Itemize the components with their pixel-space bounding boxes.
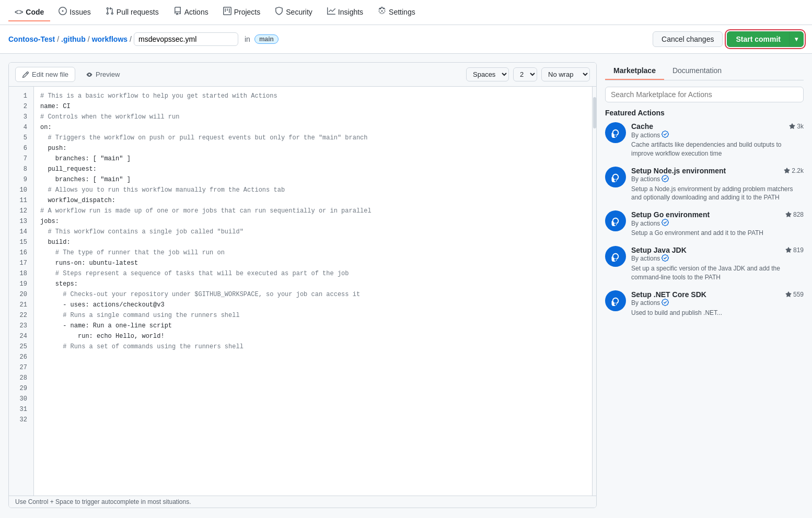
action-info: Setup Node.js environment 2.2k By action… xyxy=(631,167,804,203)
actions-icon xyxy=(173,7,182,17)
verified-icon xyxy=(662,131,669,139)
action-info: Cache 3k By actions Cache artifacts like… xyxy=(631,122,804,158)
commit-dropdown-arrow[interactable]: ▾ xyxy=(790,32,803,46)
verified-icon xyxy=(662,219,669,228)
editor-toolbar: Edit new file Preview Spaces Tabs 2 4 xyxy=(9,63,596,87)
action-desc: Used to build and publish .NET... xyxy=(631,309,804,317)
nav-settings[interactable]: Settings xyxy=(372,3,422,22)
verified-icon xyxy=(662,254,669,263)
top-nav: <> Code Issues Pull requests Actions Pro… xyxy=(0,0,812,25)
verified-icon xyxy=(662,175,669,184)
action-icon xyxy=(605,167,626,187)
nav-pull-requests[interactable]: Pull requests xyxy=(99,3,165,22)
insights-icon xyxy=(327,7,335,17)
indent-select-group: 2 4 xyxy=(513,67,537,81)
action-item[interactable]: Cache 3k By actions Cache artifacts like… xyxy=(605,122,804,158)
action-stars: 559 xyxy=(785,291,804,298)
line-numbers: 1234567891011121314151617181920212223242… xyxy=(9,87,34,496)
start-commit-button[interactable]: Start commit ▾ xyxy=(727,31,804,47)
action-name: Setup Go environment xyxy=(631,210,710,219)
code-area: 1234567891011121314151617181920212223242… xyxy=(9,87,596,496)
breadcrumb-dir1[interactable]: .github xyxy=(61,35,86,43)
spaces-select-group: Spaces Tabs xyxy=(466,67,509,81)
editor-status: Use Control + Space to trigger autocompl… xyxy=(9,496,596,508)
tab-marketplace[interactable]: Marketplace xyxy=(605,62,664,80)
action-name: Setup Java JDK xyxy=(631,246,687,254)
start-commit-label: Start commit xyxy=(727,32,790,46)
nav-projects[interactable]: Projects xyxy=(217,3,267,22)
featured-title: Featured Actions xyxy=(605,109,804,117)
action-desc: Setup a Go environment and add it to the… xyxy=(631,229,804,238)
nav-actions[interactable]: Actions xyxy=(167,3,215,22)
action-name: Setup .NET Core SDK xyxy=(631,290,706,299)
tab-edit[interactable]: Edit new file xyxy=(15,67,75,82)
main-content: Edit new file Preview Spaces Tabs 2 4 xyxy=(0,54,812,516)
action-by: By actions xyxy=(631,175,804,184)
action-icon xyxy=(605,210,626,231)
action-by: By actions xyxy=(631,219,804,228)
breadcrumb-in: in xyxy=(245,35,250,43)
breadcrumb-sep3: / xyxy=(130,35,132,43)
action-info: Setup Go environment 828 By actions Setu… xyxy=(631,210,804,238)
cancel-button[interactable]: Cancel changes xyxy=(653,31,723,47)
settings-icon xyxy=(378,7,386,17)
breadcrumb-dir2[interactable]: workflows xyxy=(92,35,127,43)
breadcrumb-sep2: / xyxy=(88,35,90,43)
breadcrumb-actions: Cancel changes Start commit ▾ xyxy=(653,31,804,47)
editor-scrollbar[interactable] xyxy=(592,87,596,496)
breadcrumb-sep1: / xyxy=(57,35,59,43)
action-stars: 2.2k xyxy=(784,167,804,174)
action-item[interactable]: Setup .NET Core SDK 559 By actions Used … xyxy=(605,290,804,317)
breadcrumb-row: Contoso-Test / .github / workflows / in … xyxy=(0,25,812,54)
action-icon xyxy=(605,290,626,311)
nav-code[interactable]: <> Code xyxy=(8,4,50,21)
issues-icon xyxy=(59,7,67,17)
marketplace-search-input[interactable] xyxy=(605,87,804,102)
action-item[interactable]: Setup Node.js environment 2.2k By action… xyxy=(605,167,804,203)
code-icon: <> xyxy=(15,8,23,16)
action-by: By actions xyxy=(631,131,804,139)
tab-preview[interactable]: Preview xyxy=(79,67,126,81)
nav-insights[interactable]: Insights xyxy=(321,3,369,22)
action-desc: Set up a specific version of the Java JD… xyxy=(631,264,804,282)
pull-request-icon xyxy=(106,7,114,17)
scrollbar-thumb xyxy=(593,97,596,128)
action-desc: Setup a Node.js environment by adding pr… xyxy=(631,185,804,203)
breadcrumb-branch: main xyxy=(254,34,279,44)
projects-icon xyxy=(223,7,231,17)
verified-icon xyxy=(662,299,669,308)
wrap-select-group: No wrap Soft wrap xyxy=(541,67,590,81)
code-editor[interactable]: # This is a basic workflow to help you g… xyxy=(34,87,592,496)
spaces-select[interactable]: Spaces Tabs xyxy=(466,67,509,81)
tab-documentation[interactable]: Documentation xyxy=(664,62,730,80)
action-by: By actions xyxy=(631,299,804,308)
action-item[interactable]: Setup Go environment 828 By actions Setu… xyxy=(605,210,804,238)
action-icon xyxy=(605,246,626,267)
action-name: Setup Node.js environment xyxy=(631,167,726,175)
editor-panel: Edit new file Preview Spaces Tabs 2 4 xyxy=(8,62,597,508)
action-list: Cache 3k By actions Cache artifacts like… xyxy=(605,122,804,508)
right-panel: Marketplace Documentation Featured Actio… xyxy=(605,62,804,508)
breadcrumb: Contoso-Test / .github / workflows / in … xyxy=(8,32,279,46)
action-info: Setup .NET Core SDK 559 By actions Used … xyxy=(631,290,804,317)
action-icon xyxy=(605,122,626,143)
action-name: Cache xyxy=(631,122,653,131)
nav-security[interactable]: Security xyxy=(269,3,319,22)
indent-select[interactable]: 2 4 xyxy=(513,67,537,81)
breadcrumb-repo[interactable]: Contoso-Test xyxy=(8,35,55,43)
action-by: By actions xyxy=(631,254,804,263)
filename-input[interactable] xyxy=(134,32,238,46)
wrap-select[interactable]: No wrap Soft wrap xyxy=(541,67,590,81)
action-stars: 819 xyxy=(785,246,804,254)
action-item[interactable]: Setup Java JDK 819 By actions Set up a s… xyxy=(605,246,804,282)
right-panel-tabs: Marketplace Documentation xyxy=(605,62,804,80)
action-stars: 828 xyxy=(785,211,804,218)
security-icon xyxy=(275,7,283,17)
action-stars: 3k xyxy=(789,123,804,130)
action-desc: Cache artifacts like dependencies and bu… xyxy=(631,140,804,158)
nav-issues[interactable]: Issues xyxy=(52,3,97,22)
action-info: Setup Java JDK 819 By actions Set up a s… xyxy=(631,246,804,282)
